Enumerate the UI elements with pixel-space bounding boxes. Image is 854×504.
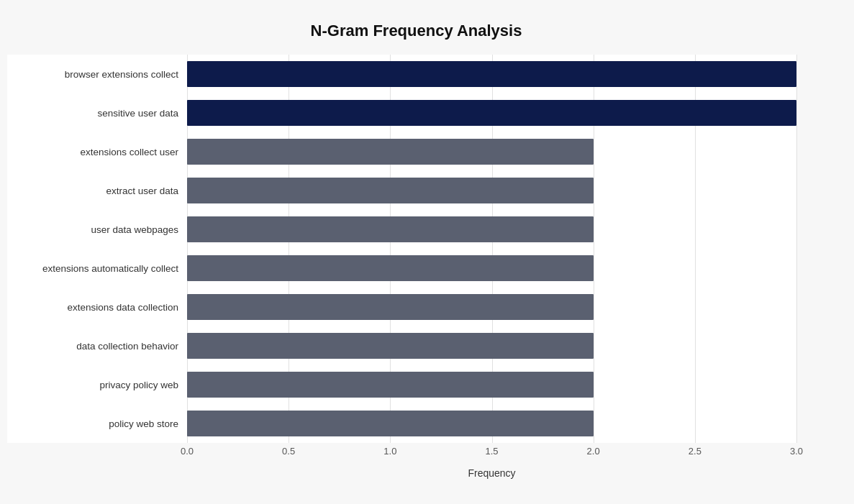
bar	[187, 411, 594, 436]
bar	[187, 294, 594, 320]
bar-wrapper	[187, 254, 796, 283]
x-tick: 2.0	[587, 446, 600, 457]
x-tick: 1.5	[485, 446, 498, 457]
bar-row: browser extensions collect	[7, 55, 796, 93]
bar-row: extract user data	[7, 171, 796, 210]
bar	[187, 100, 796, 126]
bar-row: privacy policy web	[7, 365, 796, 404]
bar-wrapper	[187, 370, 796, 399]
bar-row: data collection behavior	[7, 326, 796, 365]
bar-wrapper	[187, 215, 796, 244]
bars-area: browser extensions collectsensitive user…	[7, 55, 796, 443]
x-tick: 0.5	[282, 446, 295, 457]
chart-container: N-Gram Frequency Analysis browser extens…	[0, 0, 854, 504]
bar-row: sensitive user data	[7, 93, 796, 132]
bar-wrapper	[187, 331, 796, 360]
bar-row: user data webpages	[7, 210, 796, 249]
bar-row: extensions data collection	[7, 288, 796, 326]
bar	[187, 333, 594, 359]
bar-label: extensions data collection	[7, 302, 187, 313]
x-axis-label: Frequency	[187, 467, 796, 479]
bar-label: privacy policy web	[7, 380, 187, 390]
bar	[187, 61, 796, 87]
chart-title: N-Gram Frequency Analysis	[7, 14, 825, 40]
x-tick: 2.5	[689, 446, 701, 457]
bar	[187, 139, 594, 165]
bar-label: sensitive user data	[7, 108, 187, 119]
bar-wrapper	[187, 137, 796, 166]
bar-label: extract user data	[7, 185, 187, 196]
bar	[187, 178, 594, 203]
bar-wrapper	[187, 176, 796, 205]
bar-label: policy web store	[7, 418, 187, 429]
bar-wrapper	[187, 60, 796, 88]
bar-label: extensions collect user	[7, 147, 187, 157]
x-tick: 1.0	[383, 446, 396, 457]
bar-label: user data webpages	[7, 224, 187, 235]
x-tick: 0.0	[181, 446, 194, 457]
bar-row: extensions collect user	[7, 132, 796, 171]
bar-label: browser extensions collect	[7, 69, 187, 80]
bar	[187, 372, 594, 398]
bar-label: extensions automatically collect	[7, 263, 187, 274]
bar-label: data collection behavior	[7, 341, 187, 352]
bar	[187, 216, 594, 242]
bar-row: policy web store	[7, 404, 796, 443]
x-tick: 3.0	[790, 446, 803, 457]
bar-wrapper	[187, 293, 796, 321]
bar-row: extensions automatically collect	[7, 249, 796, 288]
bar-wrapper	[187, 409, 796, 438]
bar-wrapper	[187, 98, 796, 127]
x-axis: 0.00.51.01.52.02.53.0	[187, 443, 796, 464]
bar	[187, 255, 594, 281]
